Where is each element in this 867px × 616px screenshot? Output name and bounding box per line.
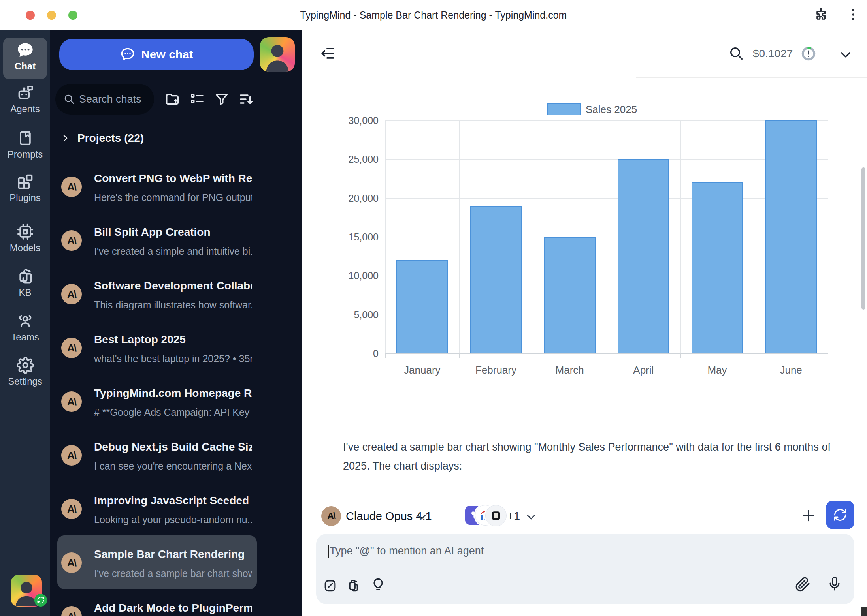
axis-tick [533, 353, 533, 358]
chat-preview: Here's the command for PNG output ... • … [94, 191, 252, 204]
x-axis-tick-label: January [385, 364, 459, 376]
chat-list-item[interactable]: A\ TypingMind.com Homepage Re... # **Goo… [57, 374, 257, 428]
scrollbar-corner [861, 607, 867, 616]
plugins-chevron-down-icon[interactable] [524, 510, 538, 524]
sidebar-item-settings[interactable]: Settings [0, 357, 50, 387]
bar-february [470, 206, 522, 353]
message-input[interactable]: Type "@" to mention an AI agent [328, 545, 484, 558]
x-axis-tick-label: February [459, 364, 533, 376]
chat-list-item[interactable]: A\ Bill Split App Creation I've created … [57, 213, 257, 267]
chat-list-item[interactable]: A\ Debug Next.js Build Cache Size... I c… [57, 428, 257, 482]
plugins-more-count[interactable]: +1 [507, 509, 520, 524]
chat-list-item[interactable]: A\ Software Development Collabo... This … [57, 267, 257, 321]
header-divider [636, 77, 867, 78]
gridline [754, 120, 754, 353]
chat-list-item[interactable]: A\ Sample Bar Chart Rendering I've creat… [57, 535, 257, 589]
axis-tick [459, 353, 460, 358]
anthropic-avatar-icon: A\ [61, 284, 82, 304]
text-caret [328, 545, 329, 558]
anthropic-avatar-icon: A\ [61, 499, 82, 519]
new-chat-button[interactable]: New chat [59, 39, 254, 70]
usage-cost-label[interactable]: $0.1027 [753, 46, 793, 61]
sidebar-item-kb[interactable]: KB [0, 268, 50, 298]
chat-preview: I've created a sample bar chart showi...… [94, 567, 252, 580]
sidebar-item-plugins[interactable]: Plugins [0, 173, 50, 203]
collapse-sidebar-icon[interactable] [318, 45, 335, 62]
chevron-right-icon [60, 133, 70, 143]
add-attachment-plus-icon[interactable] [801, 508, 816, 524]
filter-icon[interactable] [214, 91, 230, 107]
sidebar-item-prompts[interactable]: Prompts [0, 130, 50, 160]
chat-title: Sample Bar Chart Rendering [94, 547, 252, 562]
list-view-icon[interactable] [189, 91, 205, 107]
model-avatar: A\ [321, 506, 341, 526]
anthropic-avatar-icon: A\ [61, 230, 82, 251]
anthropic-avatar-icon: A\ [61, 606, 82, 616]
legend-label[interactable]: Sales 2025 [586, 103, 637, 115]
documents-copy-icon [0, 268, 50, 285]
search-chats-input[interactable]: Search chats [55, 84, 154, 115]
window-title: TypingMind - Sample Bar Chart Rendering … [0, 0, 867, 30]
bar-march [544, 237, 596, 353]
nav-rail: Chat Agents Prompts [0, 30, 50, 616]
sidebar-item-chat[interactable]: Chat [3, 38, 47, 79]
search-placeholder: Search chats [79, 93, 141, 105]
legend-swatch[interactable] [547, 103, 581, 115]
scrollbar-thumb[interactable] [861, 167, 865, 310]
gridline [459, 120, 460, 353]
bar-may [692, 182, 743, 353]
chevron-down-icon[interactable] [838, 47, 854, 62]
chat-preview: I've created a simple and intuitive bi..… [94, 245, 252, 257]
usage-alert-ring-icon[interactable] [801, 46, 816, 62]
y-axis-tick-label: 0 [331, 347, 379, 359]
chat-list: A\ Convert PNG to WebP with Res... Here'… [50, 160, 302, 616]
chat-title: Software Development Collabo... [94, 279, 252, 293]
anthropic-avatar-icon: A\ [61, 445, 82, 466]
model-chevron-down-icon[interactable] [415, 510, 428, 524]
chat-list-item[interactable]: A\ Improving JavaScript Seeded R... Look… [57, 482, 257, 535]
x-axis-tick-label: June [754, 364, 828, 376]
regenerate-button[interactable] [826, 501, 854, 529]
copy-pages-icon[interactable] [346, 578, 361, 593]
chat-list-item[interactable]: A\ Add Dark Mode to PluginPermi... [57, 589, 257, 616]
canvas-edit-icon[interactable] [323, 578, 337, 593]
sort-icon[interactable] [238, 91, 254, 107]
sidebar-item-agents[interactable]: Agents [0, 84, 50, 115]
projects-header-label: Projects (22) [77, 132, 144, 145]
sync-status-badge [34, 594, 47, 607]
axis-tick [828, 353, 828, 358]
search-conversation-icon[interactable] [728, 45, 744, 61]
chat-sidebar: New chat Search chats [50, 30, 302, 616]
anthropic-avatar-icon: A\ [61, 391, 82, 412]
lightbulb-icon[interactable] [371, 577, 386, 592]
paperclip-icon[interactable] [795, 577, 810, 592]
gridline [533, 120, 533, 353]
x-axis-tick-label: May [680, 364, 754, 376]
user-avatar[interactable] [260, 37, 295, 72]
axis-tick [607, 353, 607, 358]
extensions-puzzle-icon[interactable] [813, 7, 828, 22]
assistant-message-text: I've created a sample bar chart showing … [343, 438, 832, 475]
y-axis-tick-label: 5,000 [331, 309, 379, 321]
browser-menu-kebab-icon[interactable] [846, 7, 861, 23]
chat-title: Improving JavaScript Seeded R... [94, 494, 252, 508]
search-icon [63, 93, 75, 105]
sidebar-item-label: Models [0, 242, 50, 254]
x-axis-tick-label: April [607, 364, 680, 376]
new-folder-icon[interactable] [164, 91, 180, 107]
plugin-chip-canvas-icon[interactable] [485, 505, 507, 526]
chat-preview: Looking at your pseudo-random nu... • 22… [94, 513, 252, 526]
chat-list-item[interactable]: A\ Convert PNG to WebP with Res... Here'… [57, 160, 257, 213]
projects-section-header[interactable]: Projects (22) [60, 132, 144, 145]
microphone-icon[interactable] [827, 576, 842, 592]
robot-agent-icon [0, 84, 50, 101]
chat-list-item[interactable]: A\ Best Laptop 2025 what's the best lapt… [57, 321, 257, 374]
y-axis-tick-label: 20,000 [331, 192, 379, 204]
sidebar-item-teams[interactable]: Teams [0, 312, 50, 343]
chat-preview: I can see you're encountering a Next... … [94, 460, 252, 472]
gear-icon [0, 357, 50, 374]
axis-tick [754, 353, 754, 358]
anthropic-avatar-icon: A\ [61, 338, 82, 358]
chat-title: Debug Next.js Build Cache Size... [94, 440, 252, 454]
sidebar-item-models[interactable]: Models [0, 223, 50, 254]
